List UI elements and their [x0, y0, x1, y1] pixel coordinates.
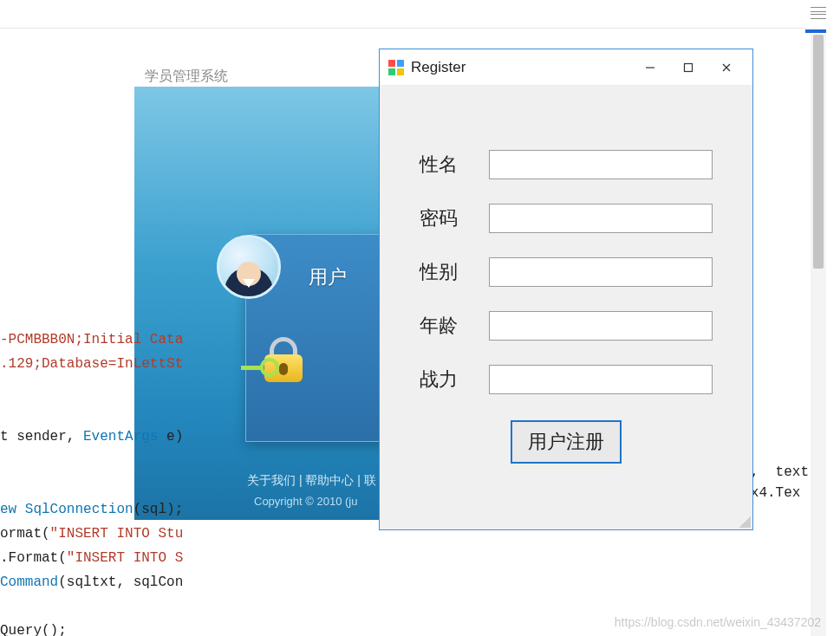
footer-links[interactable]: 关于我们 | 帮助中心 | 联	[247, 473, 376, 489]
watermark: https://blog.csdn.net/weixin_43437202	[615, 615, 821, 629]
code-text: ormat(	[0, 526, 50, 542]
code-text: "INSERT INTO Stu	[50, 526, 184, 542]
password-label: 密码	[420, 205, 489, 231]
age-label: 年龄	[420, 313, 489, 339]
maximize-button[interactable]	[669, 55, 707, 81]
minimize-button[interactable]	[631, 55, 669, 81]
close-button[interactable]	[707, 55, 746, 81]
resize-grip-icon[interactable]	[739, 516, 751, 528]
bg-window-title: 学员管理系统	[145, 68, 228, 86]
code-text: EventArgs	[83, 429, 158, 445]
code-text: "INSERT INTO S	[67, 550, 183, 566]
footer-copyright: Copyright © 2010 (ju	[254, 495, 357, 508]
code-text: .129;Database=InLettSt	[0, 356, 183, 372]
power-label: 战力	[420, 367, 489, 393]
row-power: 战力	[420, 365, 713, 394]
app-icon	[388, 60, 404, 75]
code-text: .Format(	[0, 550, 67, 566]
scrollbar-thumb[interactable]	[813, 35, 824, 269]
name-label: 性名	[420, 152, 489, 178]
name-input[interactable]	[489, 150, 713, 179]
register-form: 性名 密码 性别 年龄 战力 用户注册	[380, 86, 752, 529]
scroll-top-marker	[805, 29, 826, 33]
code-text: t sender,	[0, 429, 83, 445]
avatar-icon	[217, 235, 281, 299]
register-dialog: Register 性名 密码 性别 年龄 战力	[379, 49, 753, 530]
code-text: Command	[0, 574, 58, 590]
svg-rect-1	[685, 63, 693, 71]
row-age: 年龄	[420, 311, 713, 341]
key-icon	[241, 363, 270, 373]
code-text: Query();	[0, 623, 67, 636]
top-separator	[0, 28, 809, 29]
code-text: e)	[158, 429, 183, 445]
row-password: 密码	[420, 204, 713, 233]
top-right-tools	[797, 0, 840, 26]
login-panel-tab-label: 用户	[309, 264, 347, 290]
svg-rect-0	[646, 67, 654, 68]
drag-handle-icon[interactable]	[809, 5, 828, 21]
gender-input[interactable]	[489, 257, 713, 287]
gender-label: 性别	[420, 259, 489, 285]
code-text: SqlConnection	[25, 502, 133, 517]
age-input[interactable]	[489, 311, 713, 341]
code-snippet: -PCMBBB0N;Initial Cata .129;Database=InL…	[0, 328, 183, 636]
code-text: -PCMBBB0N;Initial Cata	[0, 332, 183, 347]
dialog-titlebar[interactable]: Register	[380, 49, 752, 86]
dialog-title: Register	[411, 59, 466, 76]
password-input[interactable]	[489, 204, 713, 233]
row-gender: 性别	[420, 257, 713, 287]
code-text: (sql);	[133, 502, 184, 517]
row-name: 性名	[420, 150, 713, 179]
register-submit-button[interactable]: 用户注册	[511, 420, 622, 464]
power-input[interactable]	[489, 365, 713, 394]
code-text: ew	[0, 502, 25, 517]
code-text: (sqltxt, sqlCon	[58, 574, 183, 590]
vertical-scrollbar[interactable]	[811, 35, 826, 636]
